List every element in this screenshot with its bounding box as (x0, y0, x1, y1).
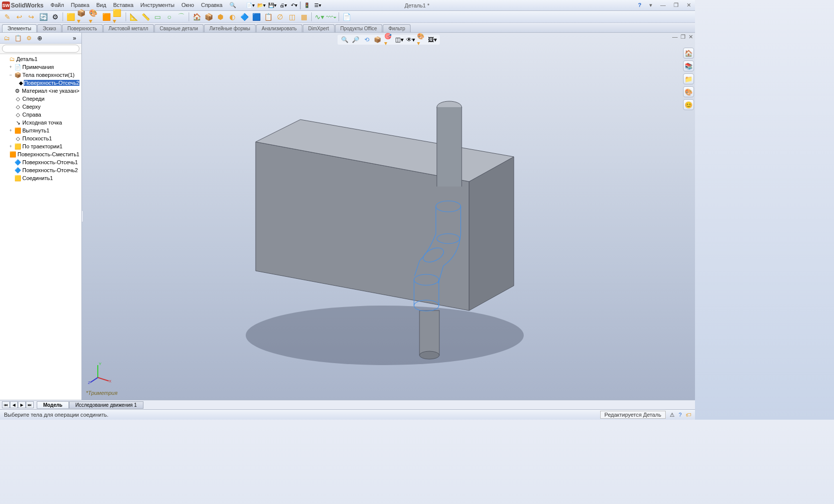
help-dropdown-icon[interactable]: ▾ (647, 2, 654, 8)
tree-item[interactable]: ◇Спереди (0, 95, 81, 103)
status-flag-icon[interactable]: 🏷 (686, 412, 691, 418)
fwd-icon[interactable]: ↪ (26, 12, 37, 22)
tree-item[interactable]: +🟨По траектории1 (0, 142, 81, 150)
iso-icon[interactable]: 📦▾ (77, 12, 88, 22)
cm-tab-icon[interactable]: ⚙ (24, 34, 34, 43)
menu-file[interactable]: Файл (48, 1, 67, 9)
feat4-icon[interactable]: ◐ (227, 12, 238, 22)
feat7-icon[interactable]: 📋 (263, 12, 274, 22)
hide-show-icon[interactable]: 👁▾ (406, 36, 415, 44)
open-icon[interactable]: 📂▾ (256, 1, 266, 9)
spline-icon[interactable]: 〰▾ (326, 12, 337, 22)
vp-close-icon[interactable]: ✕ (689, 34, 693, 40)
expander-icon[interactable]: − (8, 72, 13, 77)
tab-model[interactable]: Модель (37, 401, 69, 409)
explorer-gadget-icon[interactable]: 📁 (683, 73, 694, 84)
feat6-icon[interactable]: 🟦 (251, 12, 262, 22)
library-gadget-icon[interactable]: 📚 (683, 61, 694, 71)
menu-view[interactable]: Вид (93, 1, 109, 9)
tree-item[interactable]: 🔷Поверхность-Отсечь2 (0, 166, 81, 174)
menu-edit[interactable]: Правка (68, 1, 92, 9)
home-gadget-icon[interactable]: 🏠 (683, 48, 694, 59)
zoom-area-icon[interactable]: 🔎 (351, 36, 360, 44)
expander-icon[interactable]: + (8, 144, 13, 149)
feat10-icon[interactable]: ▦ (298, 12, 309, 22)
maximize-icon[interactable]: ❐ (672, 2, 681, 8)
minimize-icon[interactable]: — (658, 2, 668, 8)
sidebar-expand-icon[interactable]: » (70, 34, 79, 43)
curve-icon[interactable]: ∿▾ (314, 12, 325, 22)
new-icon[interactable]: 📄▾ (245, 1, 255, 9)
scene-icon[interactable]: 🖼▾ (428, 36, 437, 44)
feat9-icon[interactable]: ◫ (286, 12, 297, 22)
tree-item[interactable]: −📦Тела поверхности(1) (0, 71, 81, 79)
prev-view-icon[interactable]: ⟲ (362, 36, 371, 44)
rebuild-icon[interactable]: 🚦 (302, 1, 312, 9)
orientation-icon[interactable]: 🎯▾ (384, 36, 393, 44)
filter-input[interactable] (2, 45, 79, 53)
tree-item[interactable]: 🔷Поверхность-Отсечь1 (0, 158, 81, 166)
back-icon[interactable]: ↩ (14, 12, 25, 22)
sheet-icon[interactable]: 📄 (341, 12, 352, 22)
feat8-icon[interactable]: ∅ (275, 12, 285, 22)
view-icon[interactable]: 🟨 (65, 12, 76, 22)
tree-item[interactable]: 🟨Соединить1 (0, 174, 81, 182)
menu-help[interactable]: Справка (198, 1, 225, 9)
nav-prev-icon[interactable]: ◀ (10, 401, 18, 408)
tab-filter[interactable]: Фильтр (383, 24, 411, 32)
nav-first-icon[interactable]: ⏮ (2, 401, 10, 408)
options-icon[interactable]: ☰▾ (313, 1, 323, 9)
sketch-icon[interactable]: 📐 (128, 12, 139, 22)
help-icon[interactable]: ? (636, 2, 643, 8)
palette-gadget-icon[interactable]: 🎨 (683, 86, 694, 97)
graphics-viewport[interactable]: 🔍 🔎 ⟲ 📦 🎯▾ ◫▾ 👁▾ 🎨▾ 🖼▾ — ❐ ✕ 🏠 📚 📁 🎨 😊 Y (82, 33, 695, 400)
feat5-icon[interactable]: 🔷 (239, 12, 250, 22)
status-warn-icon[interactable]: ⚠ (670, 412, 675, 418)
shaded-icon[interactable]: 🟨▾ (113, 12, 124, 22)
config-icon[interactable]: ⚙ (50, 12, 61, 22)
arc-icon[interactable]: ⌒ (176, 12, 187, 22)
tab-motion-study[interactable]: Исследование движения 1 (69, 401, 143, 409)
resources-gadget-icon[interactable]: 😊 (683, 99, 694, 110)
expander-icon[interactable]: + (8, 128, 13, 133)
undo-icon[interactable]: ↶▾ (289, 1, 299, 9)
tree-item[interactable]: ◆Поверхность-Отсечь2 (0, 79, 81, 87)
print-icon[interactable]: 🖨▾ (278, 1, 288, 9)
fm-tab-icon[interactable]: 🗂 (2, 34, 12, 43)
tree-item[interactable]: ◇Плоскость1 (0, 134, 81, 142)
expander-icon[interactable]: + (8, 64, 13, 69)
menu-search-icon[interactable]: 🔍 (226, 1, 239, 9)
feat1-icon[interactable]: 🏠 (191, 12, 202, 22)
menu-tools[interactable]: Инструменты (138, 1, 178, 9)
nav-last-icon[interactable]: ⏭ (26, 401, 34, 408)
tab-weldments[interactable]: Сварные детали (154, 24, 204, 32)
circle-icon[interactable]: ○ (164, 12, 175, 22)
zoom-fit-icon[interactable]: 🔍 (341, 36, 349, 44)
status-help-icon[interactable]: ? (679, 412, 682, 418)
tab-analyze[interactable]: Анализировать (256, 24, 302, 32)
rect-icon[interactable]: ▭ (152, 12, 163, 22)
display-style-icon[interactable]: ◫▾ (395, 36, 404, 44)
tree-item[interactable]: 🟧Поверхность-Сместить1 (0, 150, 81, 158)
tree-item[interactable]: ↘Исходная точка (0, 119, 81, 126)
nav-next-icon[interactable]: ▶ (18, 401, 26, 408)
close-icon[interactable]: ✕ (685, 2, 693, 8)
tool-icon[interactable]: ✎ (2, 12, 13, 22)
section-view-icon[interactable]: 📦 (373, 36, 382, 44)
rebuild-icon[interactable]: 🔄 (38, 12, 49, 22)
save-icon[interactable]: 💾▾ (267, 1, 277, 9)
feat3-icon[interactable]: ⬢ (215, 12, 226, 22)
tree-item[interactable]: +📄Примечания (0, 63, 81, 71)
tree-item[interactable]: ◇Сверху (0, 103, 81, 111)
section-icon[interactable]: 🟧 (101, 12, 112, 22)
tab-features[interactable]: Элементы (2, 24, 37, 32)
line-icon[interactable]: 📏 (140, 12, 151, 22)
tree-item[interactable]: ⚙Материал <не указан> (0, 87, 81, 95)
dx-tab-icon[interactable]: ⊕ (35, 34, 45, 43)
tab-sheetmetal[interactable]: Листовой металл (103, 24, 154, 32)
display-icon[interactable]: 🎨▾ (89, 12, 100, 22)
appearance-icon[interactable]: 🎨▾ (417, 36, 426, 44)
menu-insert[interactable]: Вставка (110, 1, 137, 9)
tab-molds[interactable]: Литейные формы (204, 24, 256, 32)
pm-tab-icon[interactable]: 📋 (13, 34, 23, 43)
